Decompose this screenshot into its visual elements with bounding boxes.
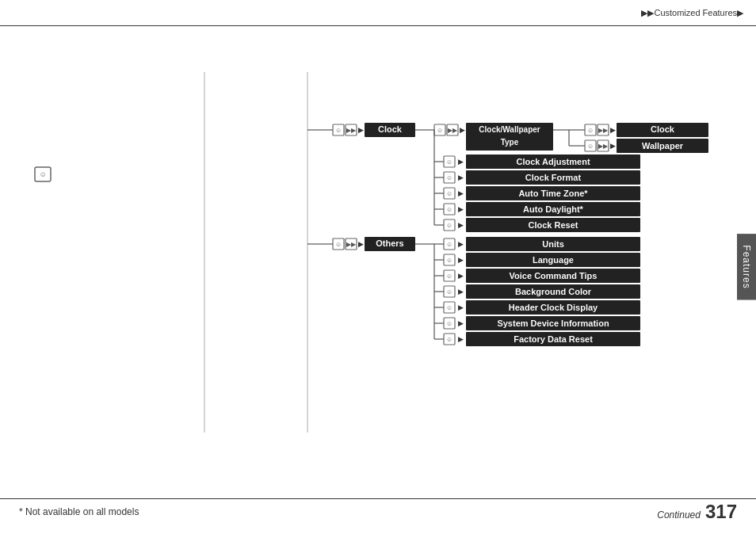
svg-text:▶: ▶: [458, 221, 464, 229]
bottom-border: [0, 498, 756, 499]
svg-text:▶: ▶: [458, 256, 464, 264]
svg-text:System Device Information: System Device Information: [497, 318, 609, 328]
svg-text:▶: ▶: [458, 335, 464, 343]
footer-right: Continued 317: [657, 501, 737, 523]
svg-text:▶: ▶: [458, 319, 464, 327]
svg-text:☺: ☺: [446, 320, 452, 327]
breadcrumb: ▶▶Customized Features▶: [641, 8, 743, 18]
svg-text:☺: ☺: [587, 143, 594, 150]
svg-text:☺: ☺: [446, 304, 452, 311]
svg-text:☺: ☺: [446, 288, 452, 296]
svg-text:Units: Units: [542, 239, 564, 249]
footer: * Not available on all models Continued …: [0, 501, 756, 523]
svg-text:▶: ▶: [358, 240, 364, 248]
svg-text:▶: ▶: [610, 126, 616, 134]
svg-text:☺: ☺: [446, 241, 452, 248]
svg-text:Clock Adjustment: Clock Adjustment: [516, 157, 590, 166]
svg-text:☺: ☺: [446, 158, 452, 166]
footer-note: * Not available on all models: [19, 506, 139, 517]
svg-text:☺: ☺: [446, 336, 452, 343]
svg-text:Clock/Wallpaper: Clock/Wallpaper: [479, 125, 540, 134]
svg-text:Clock: Clock: [651, 124, 675, 134]
breadcrumb-text: ▶▶Customized Features▶: [641, 8, 743, 18]
diagram-svg: ☺ ☺ ▶▶ ▶ Clock ☺ ▶▶ ▶ Clock/Wallpaper Ty…: [0, 29, 721, 496]
footer-continued: Continued: [657, 509, 701, 521]
svg-text:▶▶: ▶▶: [448, 127, 458, 134]
svg-text:Factory Data Reset: Factory Data Reset: [514, 334, 593, 344]
svg-text:▶▶: ▶▶: [598, 127, 609, 134]
top-border: [0, 25, 756, 26]
side-label: Features: [737, 234, 756, 299]
svg-text:▶: ▶: [458, 158, 464, 166]
svg-text:▶▶: ▶▶: [346, 241, 357, 248]
svg-text:☺: ☺: [446, 222, 452, 229]
svg-text:☺: ☺: [39, 170, 46, 178]
svg-text:☺: ☺: [446, 174, 452, 181]
svg-text:Wallpaper: Wallpaper: [642, 141, 684, 151]
footer-page: 317: [705, 501, 737, 523]
svg-text:Language: Language: [533, 255, 574, 265]
svg-text:☺: ☺: [446, 273, 452, 280]
svg-text:▶▶: ▶▶: [346, 127, 357, 134]
svg-text:Voice Command Tips: Voice Command Tips: [510, 271, 598, 280]
svg-text:Type: Type: [501, 138, 519, 147]
svg-text:☺: ☺: [446, 257, 452, 264]
svg-text:☺: ☺: [446, 206, 452, 213]
svg-text:▶: ▶: [460, 126, 465, 134]
svg-text:▶: ▶: [458, 189, 464, 197]
svg-text:Header Clock Display: Header Clock Display: [509, 303, 598, 312]
svg-text:Clock Reset: Clock Reset: [529, 220, 578, 230]
svg-text:☺: ☺: [335, 241, 342, 248]
svg-text:▶: ▶: [458, 303, 464, 311]
svg-text:▶: ▶: [458, 272, 464, 280]
svg-text:Auto Time Zone*: Auto Time Zone*: [518, 189, 588, 198]
svg-text:☺: ☺: [587, 127, 594, 134]
svg-text:Auto Daylight*: Auto Daylight*: [523, 204, 583, 214]
svg-text:▶: ▶: [610, 142, 616, 150]
svg-text:Others: Others: [376, 238, 403, 248]
svg-text:☺: ☺: [335, 127, 342, 134]
svg-text:▶: ▶: [358, 126, 364, 134]
svg-text:☺: ☺: [446, 190, 452, 197]
svg-text:▶: ▶: [458, 205, 464, 213]
svg-text:Background Color: Background Color: [515, 287, 592, 296]
svg-text:Clock Format: Clock Format: [525, 173, 582, 182]
svg-text:▶▶: ▶▶: [598, 143, 609, 150]
svg-text:Clock: Clock: [378, 124, 403, 134]
svg-text:▶: ▶: [458, 288, 464, 296]
svg-text:▶: ▶: [458, 240, 464, 248]
svg-text:▶: ▶: [458, 174, 464, 181]
svg-text:☺: ☺: [437, 127, 443, 134]
